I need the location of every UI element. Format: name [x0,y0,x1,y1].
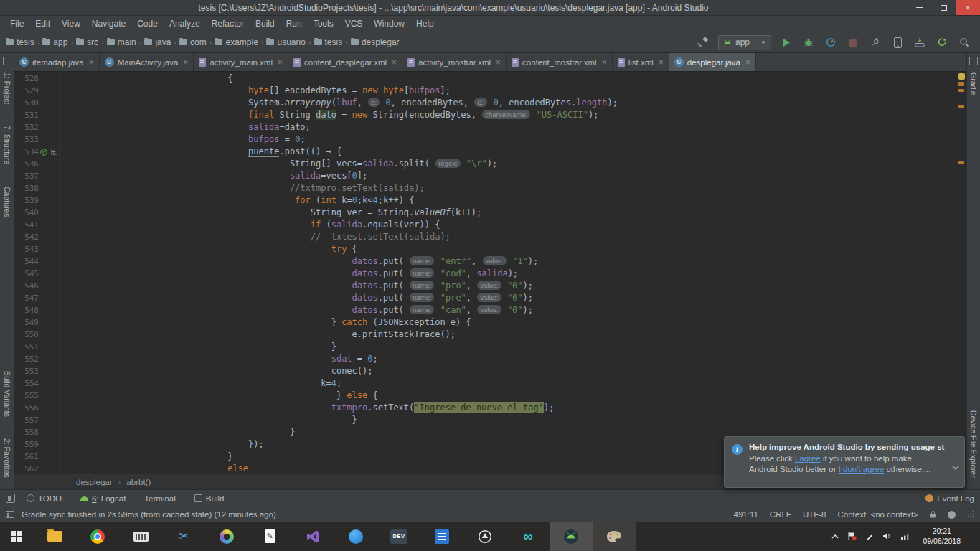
gutter[interactable]: 555 [14,390,59,402]
close-tab-icon[interactable]: × [745,57,750,67]
gutter[interactable]: 528 [14,72,59,85]
code-line[interactable]: 534+ puente.post(() → { [14,146,966,158]
breadcrumb-method[interactable]: abrbt() [126,478,151,486]
gutter[interactable]: 561 [14,451,59,463]
gradle-stripe-icon[interactable] [969,57,978,65]
taskbar-file-explorer-icon[interactable] [33,522,76,551]
code-line[interactable]: 555 } else { [14,390,966,402]
menu-code[interactable]: Code [131,19,164,29]
gradle-sync-icon[interactable] [935,35,949,50]
gutter[interactable]: 552 [14,353,59,365]
gutter[interactable]: 539 [14,194,59,207]
tool-button-gradle[interactable]: Gradle [969,72,978,95]
gutter[interactable]: 556 [14,402,59,414]
code-line[interactable]: 549 } catch (JSONException e) { [14,316,966,329]
gutter[interactable]: 553 [14,365,59,377]
menu-tools[interactable]: Tools [308,19,339,29]
warning-mark[interactable] [958,89,964,92]
inspection-indicator[interactable] [958,73,965,80]
code-line[interactable]: 554 k=4; [14,377,966,390]
close-tab-icon[interactable]: × [602,57,607,67]
close-button[interactable]: × [956,0,980,15]
gutter[interactable]: 538 [14,182,59,194]
breadcrumb-class[interactable]: desplegar [76,478,113,486]
stripe-toggle-icon[interactable] [6,511,14,518]
gutter[interactable]: 549 [14,316,59,329]
code-line[interactable]: 547 datos.put( name: "pre", value: "0"); [14,292,966,304]
taskbar-clock[interactable]: 20:21 09/06/2018 [923,527,961,546]
tab-activity-main-xml[interactable]: activity_main.xml× [194,53,288,71]
taskbar-skype-icon[interactable] [334,522,377,551]
taskbar-bandicam-icon[interactable]: ∞ [507,522,550,551]
tray-flag-icon[interactable] [847,532,857,541]
tool-button-1-project[interactable]: 1: Project [3,72,11,104]
toolwindow-button-todo[interactable]: TODO [27,494,62,503]
code-line[interactable]: 537 salida=vecs[0]; [14,170,966,182]
toolwindow-button-6-logcat[interactable]: 6: Logcat [80,494,126,503]
breadcrumb-item-src[interactable]: src [76,37,98,47]
tab-activity-mostrar-xml[interactable]: activity_mostrar.xml× [402,53,507,71]
profiler-button[interactable] [824,35,838,50]
code-line[interactable]: 546 datos.put( name: "pro", value: "0"); [14,280,966,292]
gutter[interactable]: 547 [14,292,59,304]
code-line[interactable]: 544 datos.put( name: "entr", value: "1")… [14,255,966,268]
lambda-gutter-icon[interactable] [39,146,49,158]
menu-analyze[interactable]: Analyze [164,19,206,29]
gutter[interactable]: 559 [14,438,59,451]
gutter[interactable]: 532 [14,121,59,133]
tool-stripe-icon[interactable] [3,57,11,65]
taskbar-android-studio-icon[interactable] [550,522,593,551]
taskbar-unity-icon[interactable] [463,522,507,551]
fold-plus-icon[interactable]: + [51,149,57,155]
breadcrumb-item-java[interactable]: java [144,37,171,47]
dont-agree-link[interactable]: I don't agree [839,465,885,474]
tab-content-mostrar-xml[interactable]: content_mostrar.xml× [507,53,613,71]
toolwindow-button-terminal[interactable]: Terminal [144,494,175,503]
gutter[interactable]: 543 [14,243,59,255]
code-line[interactable]: 557 } [14,414,966,426]
run-button[interactable] [779,35,793,50]
close-tab-icon[interactable]: × [659,57,664,67]
tab-list-xml[interactable]: list.xml× [613,53,669,71]
code-line[interactable]: 538 //txtmpro.setText(salida); [14,182,966,194]
expand-chevron-icon[interactable] [952,463,959,471]
toolwindow-button-build[interactable]: Build [194,494,225,503]
taskbar-snipping-tool-icon[interactable]: ✂ [162,522,205,551]
gutter[interactable]: 540 [14,207,59,219]
warning-mark[interactable] [958,105,964,108]
close-tab-icon[interactable]: × [89,57,94,67]
search-everywhere-icon[interactable] [957,35,971,50]
close-tab-icon[interactable]: × [278,57,283,67]
code-line[interactable]: 543 try { [14,243,966,255]
tab-desplegar-java[interactable]: Cdesplegar.java× [669,53,756,71]
toolwindow-switcher-icon[interactable] [6,494,15,503]
code-line[interactable]: 548 datos.put( name: "can", value: "0"); [14,304,966,316]
gutter[interactable]: 541 [14,219,59,231]
breadcrumb-item-app[interactable]: app [42,37,67,47]
menu-edit[interactable]: Edit [29,19,56,29]
tab-mainactivity-java[interactable]: CMainActivity.java× [100,53,194,71]
breadcrumb-item-tesis[interactable]: tesis [314,37,343,47]
tray-volume-icon[interactable] [882,532,892,540]
gutter[interactable]: 537 [14,170,59,182]
context-widget[interactable]: Context: <no context> [837,510,918,519]
code-line[interactable]: 531 final String dato = new String(encod… [14,109,966,121]
gutter[interactable]: 531 [14,109,59,121]
code-line[interactable]: 542 // txtest.setText(salida); [14,231,966,243]
gutter[interactable]: 545 [14,268,59,280]
menu-file[interactable]: File [4,19,29,29]
taskbar-picpick-icon[interactable] [205,522,248,551]
tray-chevron-up-icon[interactable] [831,534,839,539]
gutter[interactable]: 554 [14,377,59,390]
code-line[interactable]: 553 conec(); [14,365,966,377]
notification-balloon[interactable]: i Help improve Android Studio by sending… [724,436,965,488]
code-line[interactable]: 532 salida=dato; [14,121,966,133]
file-encoding[interactable]: UTF-8 [803,510,826,519]
gutter[interactable]: 548 [14,304,59,316]
gutter[interactable]: 562 [14,463,59,474]
code-line[interactable]: 533 bufpos = 0; [14,133,966,146]
warning-mark[interactable] [958,161,964,164]
menu-build[interactable]: Build [250,19,281,29]
breadcrumb-item-desplegar[interactable]: desplegar [351,37,400,47]
tab-content-desplegar-xml[interactable]: content_desplegar.xml× [288,53,402,71]
